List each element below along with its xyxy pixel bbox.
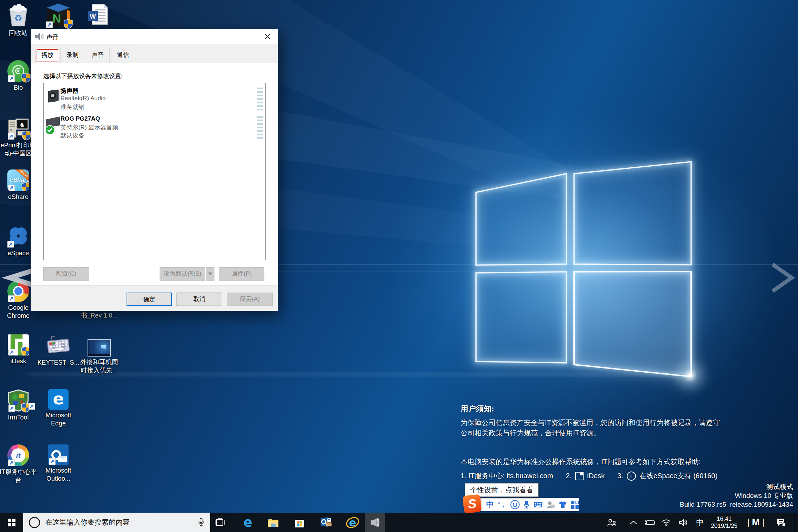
desktop-screen: ♻ 回收站 N W <box>0 0 798 532</box>
playback-tab-page: 选择以下播放设备来修改设置: 扬声器 Realtek(R) Audio 准备就绪 <box>31 63 278 285</box>
notice-body: 为保障公司信息资产安全与IT资源不被滥用，您的访问和使用行为将被记录，请遵守 公… <box>461 418 777 438</box>
sound-app-icon <box>369 517 381 528</box>
watermark-line3: Build 17763.rs5_release.180914-1434 <box>680 500 793 509</box>
device-description: 英特尔(R) 显示器音频 <box>60 123 118 132</box>
set-default-button[interactable]: 设为默认值(S) <box>160 267 205 281</box>
sound-dialog-icon <box>34 32 44 41</box>
sogou-logo[interactable]: S <box>463 494 482 514</box>
emoji-button[interactable] <box>510 500 520 509</box>
tab-communications[interactable]: 通信 <box>111 48 135 63</box>
tab-sounds[interactable]: 声音 <box>86 48 110 63</box>
dropdown-arrow-icon <box>208 273 212 277</box>
close-button[interactable] <box>257 29 278 44</box>
tray-chevron-up-icon[interactable] <box>626 513 641 532</box>
taskbar-search-box[interactable] <box>23 513 210 532</box>
dialog-tab-strip: 播放 录制 声音 通信 <box>31 44 278 63</box>
sogou-toolbar: 中 °， 2 <box>466 498 579 511</box>
task-view-icon <box>214 518 225 527</box>
device-name: ROG PG27AQ <box>60 115 100 122</box>
store-icon <box>294 517 305 528</box>
tab-playback[interactable]: 播放 <box>36 48 59 64</box>
apply-button[interactable]: 应用(A) <box>227 293 273 306</box>
monitor-device-icon <box>45 116 61 136</box>
cortana-icon <box>29 517 40 528</box>
device-status: 默认设备 <box>60 132 84 140</box>
idesk-mini-icon <box>575 472 584 480</box>
punctuation-button[interactable]: °， <box>498 501 507 508</box>
playback-device-list[interactable]: 扬声器 Realtek(R) Audio 准备就绪 ROG PG27AQ 英特尔… <box>43 83 266 260</box>
tab-recording[interactable]: 录制 <box>60 48 84 63</box>
tray-wifi-icon[interactable] <box>658 513 674 532</box>
svg-text:2: 2 <box>552 505 553 508</box>
watermark-line2: Windows 10 专业版 <box>680 491 793 500</box>
ok-button[interactable]: 确定 <box>127 293 172 306</box>
task-view-button[interactable] <box>211 513 229 532</box>
search-input[interactable] <box>45 518 198 527</box>
taskbar-store-button[interactable] <box>290 513 309 532</box>
taskbar-outlook-button[interactable] <box>317 513 335 532</box>
start-button[interactable] <box>0 513 23 532</box>
taskbar-explorer-button[interactable] <box>264 513 282 532</box>
tray-volume-icon[interactable] <box>676 513 691 532</box>
device-name: 扬声器 <box>60 87 78 95</box>
chevron-right-icon[interactable] <box>773 264 792 291</box>
notice-title: 用户须知: <box>461 404 494 414</box>
search-mic-icon[interactable] <box>198 518 204 527</box>
properties-button[interactable]: 属性(P) <box>219 267 264 281</box>
notice-help-intro: 本电脑安装的是华为标准办公操作系统镜像，IT问题可参考如下方式获取帮助: <box>461 457 701 467</box>
skin-button[interactable] <box>559 501 567 508</box>
ime-mode-button[interactable]: 中 <box>486 501 494 508</box>
show-desktop-button[interactable] <box>795 513 798 532</box>
internet-explorer-icon: e <box>346 516 360 529</box>
tab-focus-rectangle <box>37 49 58 62</box>
svg-text:e: e <box>349 517 356 529</box>
tab-label: 通信 <box>117 52 129 58</box>
voice-input-button[interactable] <box>523 500 530 509</box>
cancel-button[interactable]: 取消 <box>176 293 222 306</box>
tray-ime-indicator[interactable]: 中 <box>692 513 708 532</box>
help-item-2-num: 2. <box>566 472 572 480</box>
tab-label: 录制 <box>66 52 78 58</box>
tray-clock[interactable]: 16:41 2019/1/25 <box>707 513 742 532</box>
tray-people-icon[interactable] <box>604 513 619 532</box>
instruction-text: 选择以下播放设备来修改设置: <box>43 72 123 80</box>
toolbox-button[interactable] <box>571 501 579 509</box>
taskbar-sound-app-button[interactable] <box>365 513 385 532</box>
help-item-1: 1. IT服务中心: its.huawei.com <box>461 471 553 481</box>
speaker-device-icon <box>46 88 60 103</box>
taskbar-edge-button[interactable]: e <box>239 513 257 532</box>
volume-meter <box>257 116 263 140</box>
dialog-titlebar[interactable]: 声音 <box>31 29 278 44</box>
set-default-dropdown-button[interactable] <box>206 267 214 281</box>
windows-logo-icon <box>8 519 15 526</box>
dialog-footer: 确定 取消 应用(A) <box>31 285 278 311</box>
notice-help-row: 1. IT服务中心: its.huawei.com 2. iDesk 3. IT… <box>461 471 717 481</box>
device-description: Realtek(R) Audio <box>60 95 106 102</box>
help-item-2: iDesk <box>587 472 605 480</box>
tray-m-app-icon[interactable]: ❘M❘ <box>748 513 764 532</box>
tray-action-center-icon[interactable] <box>773 513 789 532</box>
account-button[interactable]: 2 <box>547 501 555 508</box>
m-logo: M <box>752 517 760 528</box>
device-row-monitor[interactable]: ROG PG27AQ 英特尔(R) 显示器音频 默认设备 <box>44 115 265 148</box>
device-status: 准备就绪 <box>60 103 84 111</box>
tray-time: 16:41 <box>717 515 732 523</box>
tray-battery-icon[interactable] <box>642 513 658 532</box>
configure-button[interactable]: 配置(C) <box>43 267 89 281</box>
espace-mini-icon: IT <box>627 472 636 481</box>
dialog-title: 声音 <box>46 33 58 41</box>
help-item-3-num: 3. <box>617 472 623 480</box>
help-item-3: 在线eSpace支持 (60160) <box>639 471 717 481</box>
volume-meter <box>257 88 263 112</box>
test-mode-watermark: 测试模式 Windows 10 专业版 Build 17763.rs5_rele… <box>680 482 793 509</box>
edge-icon: e <box>243 516 252 529</box>
tab-label: 声音 <box>92 52 104 58</box>
watermark-line1: 测试模式 <box>680 482 793 491</box>
outlook-icon <box>320 517 332 528</box>
keyboard-button[interactable] <box>534 501 543 508</box>
file-explorer-icon <box>267 518 279 527</box>
taskbar-ie-button[interactable]: e <box>343 513 362 532</box>
tray-date: 2019/1/25 <box>711 523 738 530</box>
taskbar: e <box>0 513 798 532</box>
sound-dialog: 声音 播放 录制 声音 通信 选择以下播放设备来修改设置: 扬 <box>31 29 278 311</box>
